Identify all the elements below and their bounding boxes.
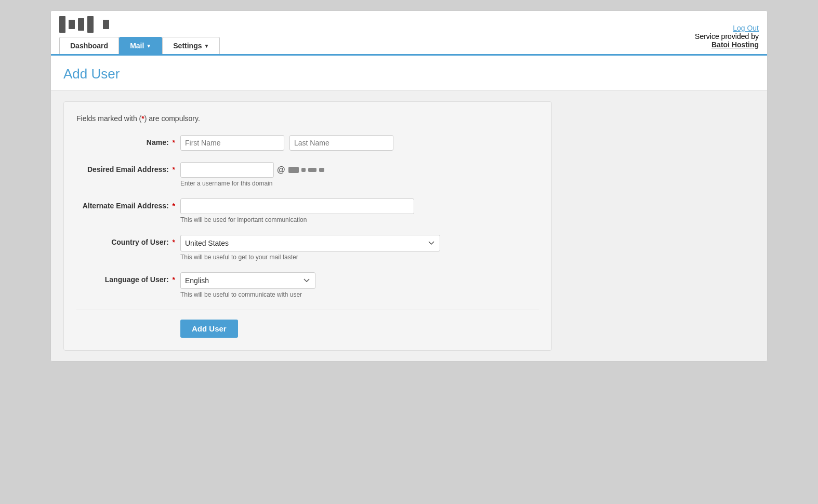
last-name-input[interactable]	[289, 135, 393, 151]
tab-settings-arrow: ▼	[204, 43, 209, 49]
name-required: *	[173, 138, 175, 147]
alternate-email-row: Alternate Email Address: * This will be …	[76, 198, 539, 223]
name-row: Name: *	[76, 135, 539, 151]
desired-email-label: Desired Email Address: *	[76, 162, 180, 174]
alternate-email-field-group: This will be used for important communic…	[180, 198, 539, 223]
logo-icon	[87, 16, 94, 33]
language-hint: This will be useful to communicate with …	[180, 291, 539, 298]
logo-icon	[69, 20, 75, 29]
tab-mail-label: Mail	[130, 42, 144, 50]
desired-email-row: Desired Email Address: * @ En	[76, 162, 539, 187]
alternate-email-input[interactable]	[180, 198, 414, 214]
country-hint: This will be useful to get to your mail …	[180, 254, 539, 261]
compulsory-note: Fields marked with (*) are compulsory.	[76, 114, 539, 123]
domain-block-4	[319, 168, 324, 172]
email-username-input[interactable]	[180, 162, 274, 178]
tab-settings[interactable]: Settings ▼	[162, 37, 220, 54]
country-select[interactable]: United States Canada United Kingdom Aust…	[180, 235, 440, 251]
tab-dashboard-label: Dashboard	[70, 42, 108, 50]
page-title: Add User	[63, 66, 755, 82]
name-field-group	[180, 135, 539, 151]
page-title-area: Add User	[51, 56, 767, 91]
app-window: Dashboard Mail ▼ Settings ▼ Log Out Serv…	[50, 10, 768, 362]
alternate-email-label: Alternate Email Address: *	[76, 198, 180, 210]
name-label: Name: *	[76, 135, 180, 147]
submit-row: Add User	[76, 310, 539, 338]
tab-mail[interactable]: Mail ▼	[119, 37, 162, 54]
logo-icon	[59, 16, 65, 33]
tab-mail-arrow: ▼	[146, 43, 151, 49]
domain-block-3	[308, 168, 316, 172]
at-sign: @	[277, 165, 285, 175]
nav-tabs: Dashboard Mail ▼ Settings ▼	[59, 37, 220, 54]
desired-email-field-group: @ Enter a username for this domain	[180, 162, 539, 187]
language-required: *	[173, 275, 175, 284]
country-field-group: United States Canada United Kingdom Aust…	[180, 235, 539, 261]
required-star-note: *	[141, 114, 144, 123]
logo-icon	[78, 18, 84, 31]
tab-settings-label: Settings	[173, 42, 202, 50]
header-right: Log Out Service provided by Batoi Hostin…	[695, 24, 759, 54]
form-card: Fields marked with (*) are compulsory. N…	[63, 101, 552, 351]
logo-icon	[103, 20, 109, 29]
header-left: Dashboard Mail ▼ Settings ▼	[59, 16, 220, 54]
service-provided-label: Service provided by	[695, 32, 759, 41]
country-required: *	[173, 238, 175, 246]
desired-email-hint: Enter a username for this domain	[180, 180, 539, 187]
language-label: Language of User: *	[76, 272, 180, 284]
service-text: Service provided by Batoi Hosting	[695, 32, 759, 49]
first-name-input[interactable]	[180, 135, 284, 151]
domain-display	[288, 167, 324, 173]
service-brand-label: Batoi Hosting	[711, 41, 759, 49]
name-inputs	[180, 135, 539, 151]
email-input-row: @	[180, 162, 539, 178]
alternate-email-required: *	[173, 202, 175, 210]
domain-block-1	[288, 167, 299, 173]
desired-email-required: *	[173, 165, 175, 174]
language-row: Language of User: * English Spanish Fren…	[76, 272, 539, 298]
logo-area	[59, 16, 220, 33]
country-row: Country of User: * United States Canada …	[76, 235, 539, 261]
language-field-group: English Spanish French German Chinese Ot…	[180, 272, 539, 298]
add-user-button[interactable]: Add User	[180, 320, 238, 338]
header: Dashboard Mail ▼ Settings ▼ Log Out Serv…	[51, 11, 767, 56]
tab-dashboard[interactable]: Dashboard	[59, 37, 119, 54]
logout-button[interactable]: Log Out	[695, 24, 759, 32]
alternate-email-hint: This will be used for important communic…	[180, 216, 539, 223]
content-area: Fields marked with (*) are compulsory. N…	[51, 91, 767, 361]
domain-block-2	[301, 168, 306, 172]
language-select[interactable]: English Spanish French German Chinese Ot…	[180, 272, 315, 289]
country-label: Country of User: *	[76, 235, 180, 246]
